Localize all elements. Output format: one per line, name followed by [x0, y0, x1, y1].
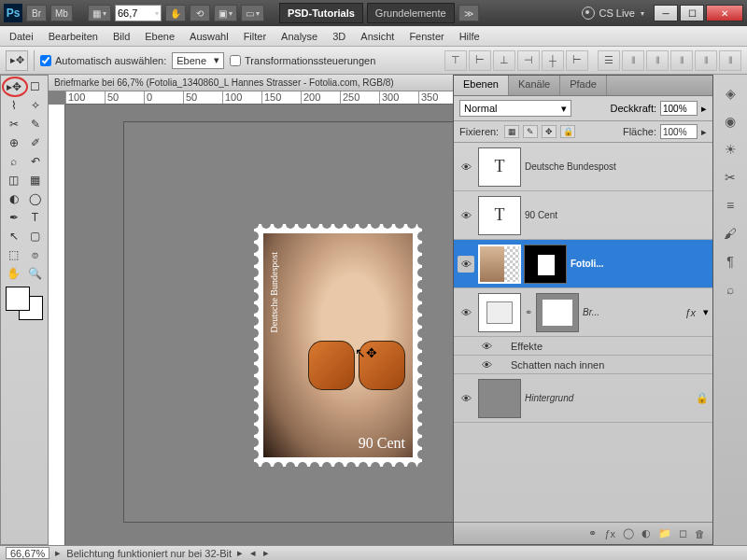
lasso-tool[interactable]: ⌇ [3, 96, 24, 115]
new-layer-button[interactable]: ◻ [679, 527, 687, 539]
menu-edit[interactable]: Bearbeiten [49, 31, 98, 42]
align-right-button[interactable]: ⊢ [566, 50, 588, 71]
minibridge-button[interactable]: Mb [50, 5, 73, 21]
healing-tool[interactable]: ⊕ [3, 133, 24, 152]
layer-thumbnail[interactable] [478, 379, 521, 418]
minimize-button[interactable]: ─ [654, 5, 678, 21]
layer-row[interactable]: 👁 Hintergrund 🔒 [454, 374, 712, 423]
layer-thumbnail[interactable]: T [478, 196, 521, 235]
link-layers-button[interactable]: ⚭ [588, 527, 597, 539]
magic-wand-tool[interactable]: ✧ [24, 96, 46, 115]
ruler-vertical[interactable] [49, 105, 65, 545]
lock-position-button[interactable]: ✥ [542, 125, 557, 138]
layer-mask-button[interactable]: ◯ [623, 527, 634, 539]
arrange-docs-button[interactable]: ▣▾ [214, 5, 237, 21]
menu-layer[interactable]: Ebene [145, 31, 175, 42]
adjustment-layer-button[interactable]: ◐ [641, 527, 651, 539]
3d-tool[interactable]: ⬚ [3, 245, 24, 264]
lock-all-button[interactable]: 🔒 [560, 125, 575, 138]
tab-paths[interactable]: Pfade [560, 76, 607, 95]
layer-row[interactable]: 👁 T Deutsche Bundespost [454, 143, 712, 191]
pen-tool[interactable]: ✒ [3, 208, 24, 227]
cslive-button[interactable]: CS Live▾ [582, 7, 644, 20]
marquee-tool[interactable]: ☐ [24, 77, 46, 96]
dock-brush-icon[interactable]: 🖌 [718, 222, 742, 245]
brush-tool[interactable]: ✐ [24, 133, 46, 152]
path-select-tool[interactable]: ↖ [3, 227, 24, 245]
workspace-tab[interactable]: Grundelemente [367, 3, 455, 23]
visibility-toggle[interactable]: 👁 [458, 304, 474, 321]
menu-file[interactable]: Datei [9, 31, 34, 42]
align-top-button[interactable]: ⊤ [444, 50, 467, 71]
layer-row[interactable]: 👁 Fotoli... [454, 240, 712, 288]
maximize-button[interactable]: ☐ [680, 5, 704, 21]
lock-transparency-button[interactable]: ▦ [504, 125, 519, 138]
opacity-input[interactable]: 100% [660, 101, 698, 116]
smartobject-thumbnail[interactable] [478, 293, 521, 332]
document-tab[interactable]: Briefmarke bei 66,7% (Fotolia_1340860_L … [49, 75, 453, 91]
stamp-artwork[interactable]: Deutsche Bundespost 90 Cent [254, 224, 422, 467]
dock-clone-icon[interactable]: ⌕ [718, 278, 742, 301]
visibility-toggle[interactable]: 👁 [458, 390, 474, 407]
shape-tool[interactable]: ▢ [24, 227, 46, 245]
layer-name-label[interactable]: Br... [583, 307, 681, 317]
tab-channels[interactable]: Kanäle [509, 76, 560, 95]
auto-select-checkbox[interactable]: Automatisch auswählen: [40, 55, 166, 66]
menu-select[interactable]: Auswahl [190, 31, 229, 42]
menu-help[interactable]: Hilfe [459, 31, 480, 42]
distribute-button[interactable]: ⦀ [622, 50, 644, 71]
layer-thumbnail[interactable]: T [478, 147, 521, 187]
3d-camera-tool[interactable]: ⌾ [24, 245, 46, 264]
menu-view[interactable]: Ansicht [360, 31, 394, 42]
rotate-view-button[interactable]: ⟲ [190, 5, 210, 21]
menu-window[interactable]: Fenster [409, 31, 444, 42]
lock-pixels-button[interactable]: ✎ [523, 125, 538, 138]
dock-styles-icon[interactable]: ≡ [718, 194, 742, 217]
align-vcenter-button[interactable]: ⊢ [469, 50, 491, 71]
dock-color-icon[interactable]: ◉ [718, 110, 742, 133]
ruler-horizontal[interactable]: 10050050100150200250300350400450 [65, 91, 453, 105]
eraser-tool[interactable]: ◫ [3, 171, 24, 189]
layer-name-label[interactable]: Fotoli... [571, 259, 709, 269]
layer-style-button[interactable]: ƒx [604, 528, 615, 539]
visibility-toggle[interactable]: 👁 [458, 159, 474, 175]
dodge-tool[interactable]: ◯ [24, 189, 46, 208]
distribute-button[interactable]: ⦀ [695, 50, 717, 71]
workspace-more-button[interactable]: ≫ [458, 5, 479, 21]
layer-mask-thumbnail[interactable] [524, 245, 567, 284]
blur-tool[interactable]: ◐ [3, 189, 24, 208]
zoom-tool[interactable]: 🔍 [24, 264, 46, 283]
visibility-toggle[interactable]: 👁 [458, 207, 474, 224]
bridge-button[interactable]: Br [26, 5, 47, 21]
workspace-tab[interactable]: PSD-Tutorials [279, 3, 363, 23]
layer-thumbnail[interactable] [478, 245, 521, 284]
type-tool[interactable]: T [24, 208, 46, 227]
effects-header[interactable]: 👁Effekte [454, 337, 712, 356]
current-tool-icon[interactable]: ▸✥ [6, 50, 28, 71]
vector-mask-thumbnail[interactable] [536, 293, 579, 332]
dock-paragraph-icon[interactable]: ¶ [718, 250, 742, 273]
close-button[interactable]: ✕ [706, 5, 743, 21]
dock-crop-icon[interactable]: ✂ [718, 166, 742, 189]
layer-name-label[interactable]: Hintergrund [525, 393, 692, 403]
foreground-color[interactable] [6, 287, 30, 311]
view-extras-button[interactable]: ▦▾ [88, 5, 111, 21]
menu-image[interactable]: Bild [113, 31, 130, 42]
blend-mode-dropdown[interactable]: Normal▾ [459, 100, 571, 117]
clone-tool[interactable]: ⌕ [3, 152, 24, 171]
crop-tool[interactable]: ✂ [3, 115, 24, 133]
align-left-button[interactable]: ⊣ [517, 50, 540, 71]
dock-adjustments-icon[interactable]: ☀ [718, 138, 742, 161]
layer-group-button[interactable]: 📁 [658, 527, 671, 539]
align-hcenter-button[interactable]: ┼ [542, 50, 564, 71]
screen-mode-button[interactable]: ▭▾ [241, 5, 264, 21]
layer-name-label[interactable]: Deutsche Bundespost [525, 161, 709, 172]
layer-row[interactable]: 👁 T 90 Cent [454, 191, 712, 240]
tab-layers[interactable]: Ebenen [454, 76, 509, 95]
color-swatches[interactable] [6, 287, 43, 320]
distribute-button[interactable]: ⦀ [719, 50, 741, 71]
fill-input[interactable]: 100% [660, 124, 698, 139]
status-zoom-level[interactable]: 66,67% [6, 547, 49, 559]
zoom-level-input[interactable]: 66,7▾ [115, 5, 162, 21]
dock-swatches-icon[interactable]: ◈ [718, 82, 742, 105]
